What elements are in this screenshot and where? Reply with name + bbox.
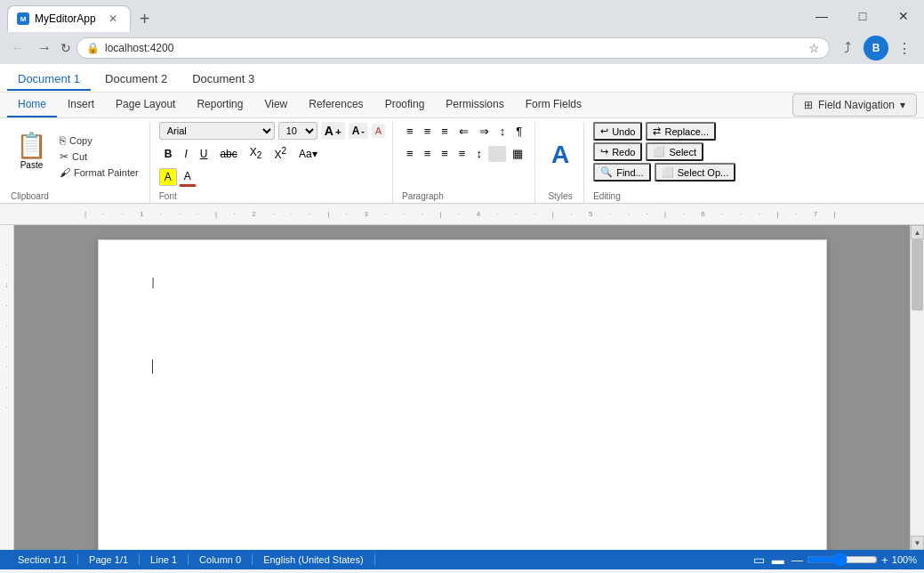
doc-tab-1[interactable]: Document 1 [7,69,91,91]
justify-btn[interactable]: ≡ [454,144,470,163]
field-nav-btn[interactable]: ⊞ Field Navigation ▾ [792,93,917,117]
browser-menu-btn[interactable]: ⋮ [892,36,917,61]
clear-format-btn[interactable]: A [372,124,385,138]
minimize-btn[interactable]: — [801,2,842,30]
ribbon-tab-pagelayout[interactable]: Page Layout [105,93,186,117]
ribbon-tab-references[interactable]: References [298,93,374,117]
cursor-char: | [152,276,155,288]
ribbon-tab-view[interactable]: View [253,93,298,117]
reload-btn[interactable]: ↻ [60,41,71,55]
field-nav-container: ⊞ Field Navigation ▾ [792,93,917,117]
forward-btn[interactable]: → [34,37,55,59]
decrease-indent-btn[interactable]: ⇐ [454,122,473,141]
ribbon-tab-permissions[interactable]: Permissions [435,93,514,117]
editing-group-label: Editing [593,191,621,201]
bold-btn[interactable]: B [159,145,178,163]
ribbon-tab-insert[interactable]: Insert [57,93,105,117]
section-status: Section 1/1 [7,554,78,565]
ribbon-tabs: Home Insert Page Layout Reporting View R… [0,93,924,118]
maximize-btn[interactable]: □ [842,2,883,30]
tab-strip: M MyEditorApp ✕ + [0,0,157,32]
shrink-font-btn[interactable]: A- [349,123,368,139]
bookmark-icon[interactable]: ☆ [808,41,820,55]
vertical-scrollbar[interactable]: ▲ ▼ [910,225,924,550]
cut-icon: ✂ [60,150,68,163]
redo-btn[interactable]: ↪ Redo [593,142,642,161]
grow-font-btn[interactable]: A+ [321,122,345,140]
align-right-btn[interactable]: ≡ [437,144,453,163]
undo-btn[interactable]: ↩ Undo [593,122,642,141]
close-btn[interactable]: ✕ [883,2,924,30]
cut-btn[interactable]: ✂ Cut [56,149,142,164]
find-btn[interactable]: 🔍 Find... [593,163,651,182]
document-scroll[interactable]: | [14,225,910,550]
profile-btn[interactable]: B [864,36,888,61]
paragraph-group-label: Paragraph [402,191,444,201]
borders-btn[interactable]: ▦ [508,144,527,163]
document-page[interactable]: | [98,239,827,550]
clipboard-group: 📋 Paste ⎘ Copy ✂ Cut 🖌 [4,122,150,203]
zoom-in-btn[interactable]: + [881,553,888,567]
window-controls: — □ ✕ [801,2,924,30]
field-nav-chevron: ▾ [900,99,905,111]
numbering-btn[interactable]: ≡ [420,122,436,141]
font-size-select[interactable]: 10 [278,122,317,140]
styles-btn[interactable]: A [544,139,576,171]
subscript-btn[interactable]: X2 [245,143,268,163]
doc-tab-3[interactable]: Document 3 [181,69,265,91]
show-marks-btn[interactable]: ¶ [511,122,526,141]
select-btn[interactable]: ⬜ Select [646,142,703,161]
scroll-up-btn[interactable]: ▲ [911,225,924,239]
ribbon-tab-reporting[interactable]: Reporting [186,93,253,117]
status-right: ▭ ▬ — + 100% [753,553,917,567]
bullets-btn[interactable]: ≡ [402,122,418,141]
align-left-btn[interactable]: ≡ [402,144,418,163]
column-status: Column 0 [189,554,253,565]
zoom-level: 100% [892,554,917,565]
new-tab-btn[interactable]: + [133,9,157,29]
zoom-slider[interactable] [807,553,878,567]
layout-icon-1[interactable]: ▭ [753,553,765,567]
document-area: ·↓······ | ▲ ▼ [0,225,924,550]
select-all-btn[interactable]: ⬜ Select Op... [655,163,735,182]
font-name-select[interactable]: Arial [159,122,275,140]
zoom-out-btn[interactable]: — [791,553,803,567]
browser-tab[interactable]: M MyEditorApp ✕ [7,5,131,32]
scrollbar-thumb[interactable] [912,239,923,311]
font-color-btn[interactable]: A [179,167,197,187]
doc-tab-2[interactable]: Document 2 [94,69,178,91]
sort-btn[interactable]: ↕ [495,122,510,141]
increase-indent-btn[interactable]: ⇒ [475,122,494,141]
paste-btn[interactable]: 📋 Paste [11,130,52,174]
shading-btn[interactable] [488,146,506,162]
copy-label: Copy [69,135,92,146]
line-spacing-btn[interactable]: ↕ [471,144,486,163]
italic-btn[interactable]: I [179,145,192,163]
format-painter-label: Format Painter [74,167,139,178]
paste-label: Paste [20,160,44,170]
replace-btn[interactable]: ⇄ Replace... [646,122,716,141]
layout-icon-2[interactable]: ▬ [772,553,784,567]
language-status: English (United States) [253,554,375,565]
align-center-btn[interactable]: ≡ [420,144,436,163]
address-bar[interactable]: 🔒 localhost:4200 ☆ [76,37,830,59]
ribbon-tab-formfields[interactable]: Form Fields [515,93,592,117]
extensions-btn[interactable]: ⤴ [835,36,860,61]
format-painter-btn[interactable]: 🖌 Format Painter [56,165,142,180]
ruler-marks: |··1···|·2···|·3···|·4···|·5···|·6···|·7… [84,210,840,218]
para-row-1: ≡ ≡ ≡ ⇐ ⇒ ↕ ¶ [402,122,526,141]
superscript-btn[interactable]: X2 [269,143,292,164]
back-btn[interactable]: ← [7,37,28,59]
ribbon-tab-proofing[interactable]: Proofing [374,93,436,117]
app-container: Document 1 Document 2 Document 3 Home In… [0,64,924,569]
scroll-down-btn[interactable]: ▼ [911,536,924,550]
case-btn[interactable]: Aa▾ [293,145,323,163]
underline-btn[interactable]: U [195,145,213,163]
scrollbar-track[interactable] [911,239,924,536]
multilevel-btn[interactable]: ≡ [437,122,453,141]
copy-btn[interactable]: ⎘ Copy [56,133,142,148]
strikethrough-btn[interactable]: abc [214,145,242,163]
tab-close-btn[interactable]: ✕ [108,12,117,25]
highlight-color-btn[interactable]: A [159,168,177,186]
ribbon-tab-home[interactable]: Home [7,93,57,117]
